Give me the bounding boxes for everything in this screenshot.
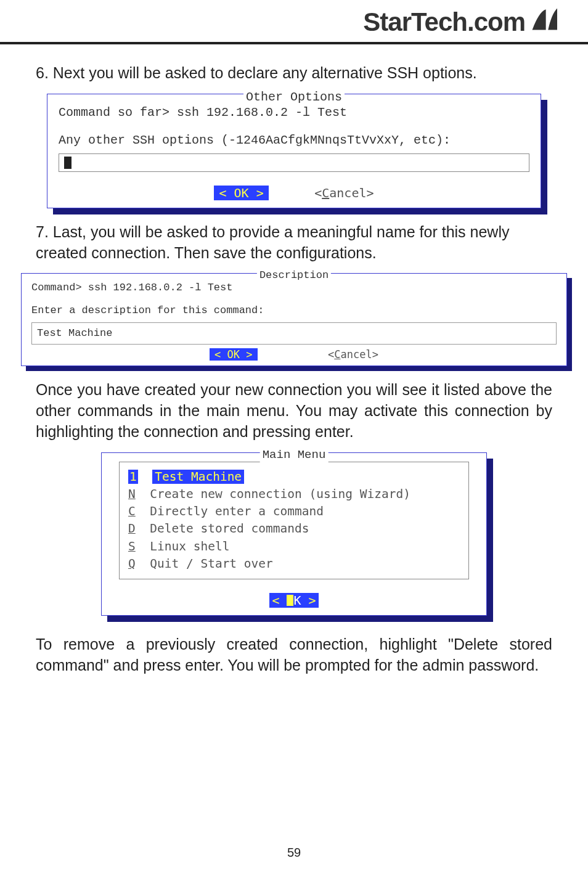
ssh-options-prompt: Any other SSH options (-1246AaCfgkMNnqsT… bbox=[59, 131, 529, 150]
description-dialog: Description Command> ssh 192.168.0.2 -l … bbox=[21, 273, 567, 366]
menu-item-quit[interactable]: Q Quit / Start over bbox=[128, 555, 460, 573]
menu-item-delete-stored[interactable]: D Delete stored commands bbox=[128, 520, 460, 537]
menu-item-direct-command[interactable]: C Directly enter a command bbox=[128, 503, 460, 520]
step-6-text: 6. Next you will be asked to declare any… bbox=[36, 63, 552, 84]
cancel-button[interactable]: <Cancel> bbox=[328, 348, 378, 361]
cancel-button[interactable]: <Cancel> bbox=[314, 186, 374, 200]
ok-button[interactable]: < OK > bbox=[210, 348, 257, 361]
page-header: StarTech.com bbox=[0, 0, 588, 44]
ssh-options-input[interactable] bbox=[59, 153, 529, 172]
menu-item-linux-shell[interactable]: S Linux shell bbox=[128, 538, 460, 555]
main-menu-dialog: Main Menu 1 Test Machine N Create new co… bbox=[101, 452, 487, 616]
page-number: 59 bbox=[0, 846, 588, 860]
description-input[interactable]: Test Machine bbox=[31, 322, 557, 345]
text-cursor bbox=[64, 157, 71, 169]
menu-list: 1 Test Machine N Create new connection (… bbox=[119, 462, 469, 580]
dialog-title: Main Menu bbox=[260, 446, 329, 464]
brand-icon bbox=[529, 5, 557, 39]
other-options-dialog: Other Options Command so far> ssh 192.16… bbox=[47, 94, 541, 208]
dialog-title: Other Options bbox=[243, 88, 345, 107]
ok-button[interactable]: < K > bbox=[269, 593, 318, 608]
brand-text: StarTech.com bbox=[363, 7, 525, 37]
description-value: Test Machine bbox=[37, 325, 112, 341]
menu-item-create-connection[interactable]: N Create new connection (using Wizard) bbox=[128, 486, 460, 503]
page-content: 6. Next you will be asked to declare any… bbox=[0, 63, 588, 676]
step-7-text: 7. Last, you will be asked to provide a … bbox=[36, 222, 552, 264]
ok-button[interactable]: < OK > bbox=[214, 186, 268, 200]
menu-item-test-machine[interactable]: 1 Test Machine bbox=[128, 468, 460, 486]
ok-cursor bbox=[287, 595, 293, 606]
dialog-title: Description bbox=[257, 267, 331, 284]
after-dialog-paragraph: Once you have created your new connectio… bbox=[36, 380, 552, 442]
description-prompt: Enter a description for this command: bbox=[31, 303, 557, 319]
brand-logo: StarTech.com bbox=[363, 5, 557, 39]
last-paragraph: To remove a previously created connectio… bbox=[36, 634, 552, 676]
